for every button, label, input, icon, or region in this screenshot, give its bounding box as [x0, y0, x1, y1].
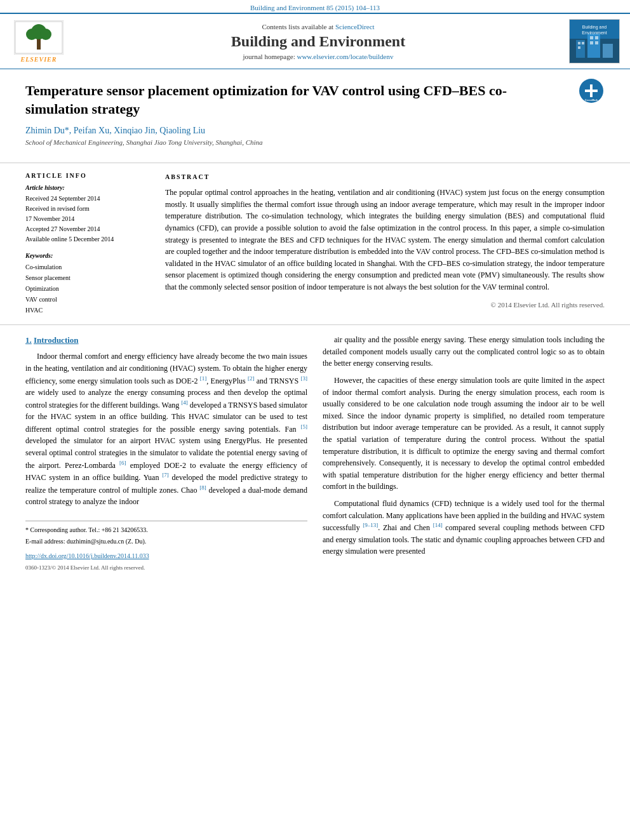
article-title-section: Temperature sensor placement optimizatio… [0, 69, 630, 163]
received-date: Received 24 September 2014 [25, 194, 152, 204]
history-label: Article history: [25, 184, 152, 191]
svg-rect-15 [590, 36, 593, 39]
article-title: Temperature sensor placement optimizatio… [25, 82, 546, 118]
revised-date: 17 November 2014 [25, 214, 152, 224]
section-title: 1. Introduction [25, 334, 307, 347]
keywords-section: Keywords: Co-simulationSensor placementO… [25, 252, 152, 316]
footnote-corresponding: * Corresponding author. Tel.: +86 21 342… [25, 525, 307, 535]
intro-para-right-2: However, the capacities of these energy … [323, 375, 605, 493]
svg-text:Environment: Environment [582, 30, 607, 35]
journal-title: Building and Environment [74, 33, 563, 50]
revised-label: Received in revised form [25, 204, 152, 214]
elsevier-wordmark: ELSEVIER [21, 56, 57, 63]
article-info-header: ARTICLE INFO [25, 172, 152, 179]
journal-thumbnail: Building and Environment [569, 19, 620, 63]
elsevier-logo-image [14, 20, 64, 55]
keywords-label: Keywords: [25, 252, 152, 259]
svg-rect-12 [578, 42, 580, 44]
introduction-two-col: 1. Introduction Indoor thermal comfort a… [25, 334, 605, 573]
journal-center: Contents lists available at ScienceDirec… [74, 23, 563, 60]
affiliation: School of Mechanical Engineering, Shangh… [25, 138, 579, 146]
svg-rect-2 [37, 38, 41, 50]
authors: Zhimin Du*, Peifan Xu, Xinqiao Jin, Qiao… [25, 126, 579, 136]
svg-text:Building and: Building and [582, 25, 607, 30]
sciencedirect-link[interactable]: ScienceDirect [335, 23, 375, 30]
copyright-line: © 2014 Elsevier Ltd. All rights reserved… [165, 300, 605, 310]
homepage-line: journal homepage: www.elsevier.com/locat… [74, 53, 563, 60]
body-left-col: 1. Introduction Indoor thermal comfort a… [25, 334, 307, 573]
svg-point-5 [40, 29, 51, 40]
crossmark-logo: CrossMark [579, 79, 605, 104]
svg-point-4 [26, 29, 37, 40]
section-title-link: Introduction [34, 335, 79, 345]
svg-rect-23 [585, 90, 598, 92]
svg-rect-17 [590, 41, 593, 44]
footnote-email: E-mail address: duzhimin@sjtu.edu.cn (Z.… [25, 537, 307, 547]
journal-header: ELSEVIER Contents lists available at Sci… [0, 13, 630, 69]
contents-line: Contents lists available at ScienceDirec… [74, 23, 563, 30]
abstract-col: ABSTRACT The popular optimal control app… [165, 172, 605, 316]
elsevier-logo: ELSEVIER [10, 20, 67, 63]
homepage-link[interactable]: www.elsevier.com/locate/buildenv [297, 53, 393, 60]
intro-para-left: Indoor thermal comfort and energy effici… [25, 350, 307, 508]
footnote-area: * Corresponding author. Tel.: +86 21 342… [25, 521, 307, 572]
svg-text:CrossMark: CrossMark [585, 98, 598, 102]
svg-rect-16 [595, 36, 598, 39]
article-history: Article history: Received 24 September 2… [25, 184, 152, 244]
article-info-col: ARTICLE INFO Article history: Received 2… [25, 172, 152, 316]
issn-line: 0360-1323/© 2014 Elsevier Ltd. All right… [25, 564, 307, 573]
svg-rect-18 [595, 41, 598, 44]
svg-rect-13 [582, 42, 584, 44]
body-section: 1. Introduction Indoor thermal comfort a… [0, 325, 630, 582]
svg-rect-14 [578, 46, 580, 49]
journal-reference: Building and Environment 85 (2015) 104–1… [0, 0, 630, 13]
keywords-list: Co-simulationSensor placementOptimizatio… [25, 262, 152, 316]
doi-line[interactable]: http://dx.doi.org/10.1016/j.buildenv.201… [25, 551, 307, 561]
intro-para-right-1: air quality and the possible energy savi… [323, 334, 605, 370]
body-right-col: air quality and the possible energy savi… [323, 334, 605, 573]
available-date: Available online 5 December 2014 [25, 234, 152, 244]
article-info-abstract: ARTICLE INFO Article history: Received 2… [0, 163, 630, 325]
accepted-date: Accepted 27 November 2014 [25, 224, 152, 234]
abstract-header: ABSTRACT [165, 172, 605, 182]
svg-rect-11 [603, 44, 613, 58]
intro-para-right-3: Computational fluid dynamics (CFD) techn… [323, 498, 605, 557]
abstract-text: The popular optimal control approaches i… [165, 187, 605, 293]
